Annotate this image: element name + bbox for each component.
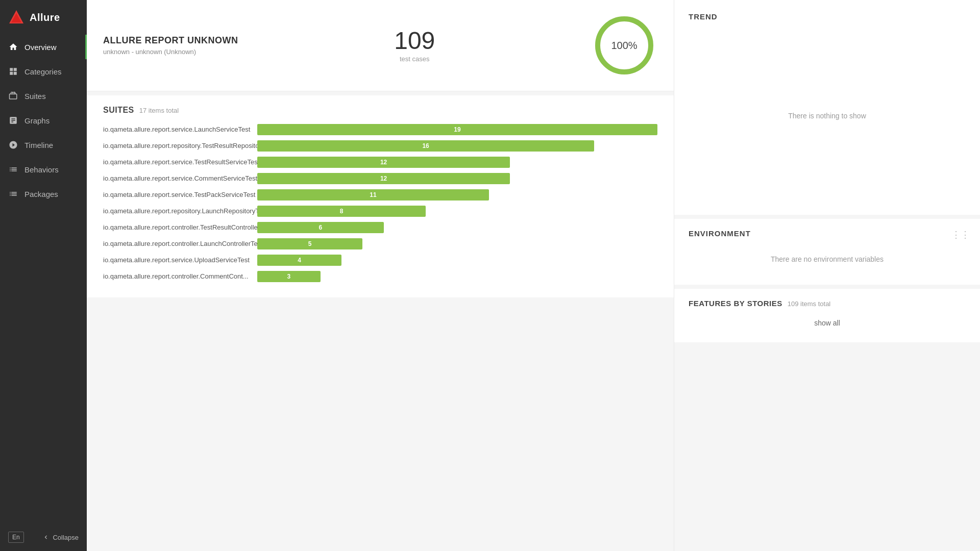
suite-row[interactable]: io.qameta.allure.report.service.TestPack… bbox=[103, 189, 657, 201]
suite-row[interactable]: io.qameta.allure.report.controller.Launc… bbox=[103, 238, 657, 249]
behaviors-icon bbox=[8, 164, 18, 174]
suite-bar: 3 bbox=[257, 271, 321, 282]
suites-title: SUITES bbox=[103, 106, 134, 115]
suite-row[interactable]: io.qameta.allure.report.service.LaunchSe… bbox=[103, 124, 657, 135]
report-subtitle: unknown - unknown (Unknown) bbox=[103, 48, 238, 56]
sidebar: Allure Overview Categories Suites Graphs bbox=[0, 0, 87, 551]
language-badge[interactable]: En bbox=[8, 532, 24, 543]
stats-area: 109 test cases bbox=[394, 29, 435, 63]
packages-icon bbox=[8, 189, 18, 199]
suite-bar-value: 5 bbox=[308, 240, 312, 247]
suite-name: io.qameta.allure.report.service.TestPack… bbox=[103, 191, 251, 199]
env-empty-message: There are no environment variables bbox=[689, 244, 966, 274]
suite-bar-value: 12 bbox=[380, 159, 387, 166]
suite-bar-container: 5 bbox=[257, 238, 657, 249]
sidebar-item-timeline[interactable]: Timeline bbox=[0, 133, 87, 157]
suite-bar-value: 4 bbox=[298, 257, 301, 264]
sidebar-label-behaviors: Behaviors bbox=[24, 165, 59, 174]
suite-bar-container: 12 bbox=[257, 173, 657, 184]
suite-row[interactable]: io.qameta.allure.report.controller.Comme… bbox=[103, 271, 657, 282]
sidebar-nav: Overview Categories Suites Graphs Timeli… bbox=[0, 35, 87, 206]
suite-bar: 4 bbox=[257, 255, 341, 266]
environment-section: ENVIRONMENT ⋮⋮ There are no environment … bbox=[674, 219, 980, 285]
suite-bar: 12 bbox=[257, 157, 510, 168]
donut-chart: 100% bbox=[591, 12, 657, 79]
test-label: test cases bbox=[394, 55, 435, 63]
report-title: ALLURE REPORT UNKNOWN bbox=[103, 35, 238, 46]
report-header: ALLURE REPORT UNKNOWN unknown - unknown … bbox=[87, 0, 674, 91]
suites-count: 17 items total bbox=[139, 107, 179, 114]
suite-bar: 5 bbox=[257, 238, 362, 249]
report-info: ALLURE REPORT UNKNOWN unknown - unknown … bbox=[103, 35, 238, 56]
suites-section: SUITES 17 items total io.qameta.allure.r… bbox=[87, 95, 674, 297]
suites-icon bbox=[8, 91, 18, 101]
donut-percent: 100% bbox=[611, 40, 637, 52]
suites-header: SUITES 17 items total bbox=[103, 106, 657, 115]
suite-bar-container: 12 bbox=[257, 157, 657, 168]
suites-list: io.qameta.allure.report.service.LaunchSe… bbox=[103, 124, 657, 282]
suite-bar-container: 8 bbox=[257, 206, 657, 217]
suite-name: io.qameta.allure.report.repository.TestR… bbox=[103, 142, 251, 151]
left-panel: ALLURE REPORT UNKNOWN unknown - unknown … bbox=[87, 0, 674, 551]
features-header: FEATURES BY STORIES 109 items total bbox=[689, 299, 966, 308]
suite-row[interactable]: io.qameta.allure.report.controller.TestR… bbox=[103, 222, 657, 233]
sidebar-label-graphs: Graphs bbox=[24, 116, 50, 125]
suite-bar: 19 bbox=[257, 124, 657, 135]
trend-section: TREND There is nothing to show bbox=[674, 0, 980, 215]
sidebar-item-packages[interactable]: Packages bbox=[0, 182, 87, 206]
features-title: FEATURES BY STORIES bbox=[689, 299, 782, 308]
allure-logo-icon bbox=[8, 9, 24, 26]
suite-row[interactable]: io.qameta.allure.report.repository.TestR… bbox=[103, 140, 657, 152]
suite-name: io.qameta.allure.report.service.TestResu… bbox=[103, 158, 251, 167]
suite-bar-value: 8 bbox=[340, 208, 344, 215]
show-all-button[interactable]: show all bbox=[814, 319, 840, 327]
suite-bar: 6 bbox=[257, 222, 384, 233]
suite-bar-container: 4 bbox=[257, 255, 657, 266]
features-count: 109 items total bbox=[788, 300, 831, 308]
suite-row[interactable]: io.qameta.allure.report.service.UploadSe… bbox=[103, 255, 657, 266]
main-content: ALLURE REPORT UNKNOWN unknown - unknown … bbox=[87, 0, 980, 551]
sidebar-label-categories: Categories bbox=[24, 67, 62, 76]
sidebar-item-suites[interactable]: Suites bbox=[0, 84, 87, 108]
home-icon bbox=[8, 42, 18, 52]
trend-empty-message: There is nothing to show bbox=[689, 29, 966, 203]
sidebar-item-categories[interactable]: Categories bbox=[0, 59, 87, 84]
suite-bar-value: 19 bbox=[454, 126, 460, 133]
suite-bar-container: 3 bbox=[257, 271, 657, 282]
categories-icon bbox=[8, 66, 18, 77]
timeline-icon bbox=[8, 140, 18, 150]
test-count: 109 bbox=[394, 29, 435, 53]
suite-row[interactable]: io.qameta.allure.report.repository.Launc… bbox=[103, 206, 657, 217]
suite-bar: 8 bbox=[257, 206, 426, 217]
env-options-button[interactable]: ⋮⋮ bbox=[951, 229, 970, 240]
suite-name: io.qameta.allure.report.controller.TestR… bbox=[103, 223, 251, 232]
suite-bar-container: 11 bbox=[257, 189, 657, 201]
sidebar-label-suites: Suites bbox=[24, 92, 46, 101]
suite-row[interactable]: io.qameta.allure.report.service.CommentS… bbox=[103, 173, 657, 184]
sidebar-item-graphs[interactable]: Graphs bbox=[0, 108, 87, 133]
sidebar-item-overview[interactable]: Overview bbox=[0, 35, 87, 59]
suite-bar-value: 3 bbox=[287, 273, 291, 280]
suite-bar: 12 bbox=[257, 173, 510, 184]
suite-name: io.qameta.allure.report.repository.Launc… bbox=[103, 207, 251, 216]
suite-name: io.qameta.allure.report.controller.Comme… bbox=[103, 272, 251, 281]
app-name: Allure bbox=[30, 12, 60, 23]
sidebar-bottom: En Collapse bbox=[0, 523, 87, 551]
suite-bar-container: 16 bbox=[257, 140, 657, 152]
suite-bar-value: 16 bbox=[422, 142, 429, 149]
sidebar-label-packages: Packages bbox=[24, 190, 58, 198]
sidebar-item-behaviors[interactable]: Behaviors bbox=[0, 157, 87, 182]
suite-bar-value: 11 bbox=[370, 191, 376, 198]
suite-bar: 11 bbox=[257, 189, 489, 201]
sidebar-label-timeline: Timeline bbox=[24, 141, 53, 149]
suite-name: io.qameta.allure.report.service.CommentS… bbox=[103, 174, 251, 183]
trend-title: TREND bbox=[689, 12, 966, 21]
env-title: ENVIRONMENT bbox=[689, 229, 966, 238]
suite-bar-value: 6 bbox=[318, 224, 322, 231]
logo-area: Allure bbox=[0, 0, 87, 35]
suite-name: io.qameta.allure.report.controller.Launc… bbox=[103, 240, 251, 248]
sidebar-label-overview: Overview bbox=[24, 43, 57, 52]
suite-row[interactable]: io.qameta.allure.report.service.TestResu… bbox=[103, 157, 657, 168]
collapse-button[interactable]: Collapse bbox=[42, 534, 79, 541]
suite-bar-container: 6 bbox=[257, 222, 657, 233]
